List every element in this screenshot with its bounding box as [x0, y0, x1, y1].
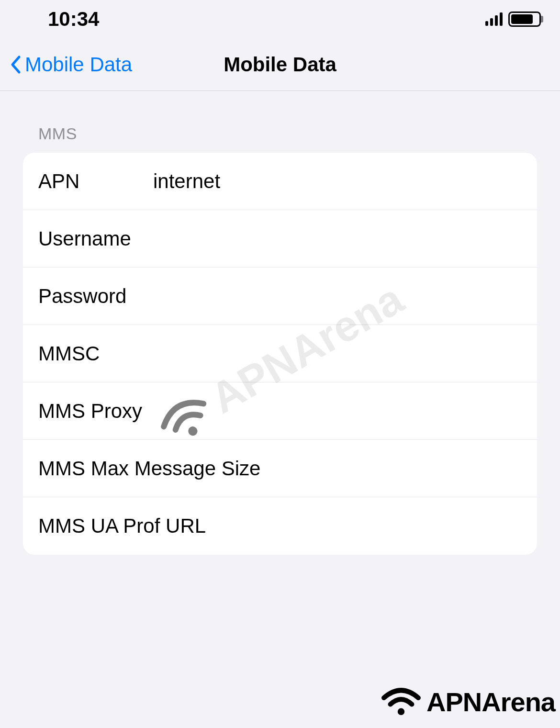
back-button[interactable]: Mobile Data [0, 53, 132, 76]
input-apn[interactable] [153, 170, 522, 193]
row-apn[interactable]: APN [23, 153, 537, 210]
status-time: 10:34 [48, 8, 99, 31]
cellular-signal-icon [485, 12, 503, 26]
row-username[interactable]: Username [23, 210, 537, 268]
input-password[interactable] [153, 285, 522, 308]
content: MMS APN Username Password MMSC MMS Proxy… [0, 91, 560, 555]
input-mms-max-size[interactable] [260, 457, 522, 480]
input-mms-proxy[interactable] [142, 400, 522, 423]
settings-group-mms: APN Username Password MMSC MMS Proxy MMS… [23, 153, 537, 555]
navigation-bar: Mobile Data Mobile Data [0, 38, 560, 91]
status-bar: 10:34 [0, 0, 560, 38]
section-header-mms: MMS [23, 124, 537, 143]
svg-point-1 [398, 708, 404, 715]
input-mmsc[interactable] [153, 342, 522, 365]
chevron-left-icon [10, 55, 21, 74]
status-indicators [485, 11, 541, 27]
battery-icon [508, 11, 541, 27]
row-mms-proxy[interactable]: MMS Proxy [23, 382, 537, 440]
row-label-mms-ua-prof: MMS UA Prof URL [38, 515, 206, 538]
back-label: Mobile Data [25, 53, 132, 76]
input-username[interactable] [153, 227, 522, 250]
row-label-mms-max-size: MMS Max Message Size [38, 457, 260, 480]
row-label-mms-proxy: MMS Proxy [38, 400, 142, 423]
row-mmsc[interactable]: MMSC [23, 325, 537, 382]
row-mms-max-size[interactable]: MMS Max Message Size [23, 440, 537, 497]
row-label-password: Password [38, 285, 153, 308]
row-label-apn: APN [38, 170, 153, 193]
footer-brand-text: APNArena [426, 686, 555, 717]
row-label-username: Username [38, 227, 153, 250]
row-label-mmsc: MMSC [38, 342, 153, 365]
wifi-icon [380, 685, 423, 718]
row-mms-ua-prof[interactable]: MMS UA Prof URL [23, 497, 537, 555]
input-mms-ua-prof[interactable] [206, 515, 522, 538]
row-password[interactable]: Password [23, 268, 537, 325]
footer-brand: APNArena [380, 685, 555, 718]
page-title: Mobile Data [224, 53, 336, 76]
